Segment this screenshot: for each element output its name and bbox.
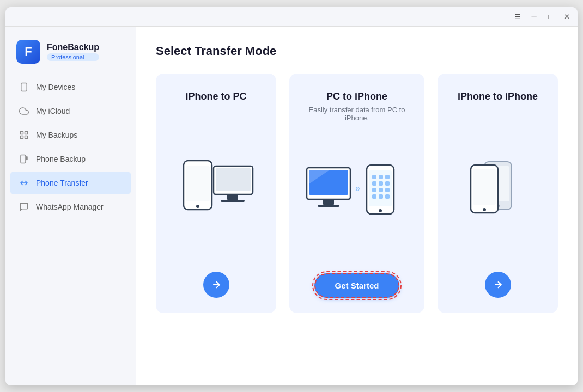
backups-icon	[19, 130, 29, 140]
svg-rect-40	[473, 169, 496, 205]
sidebar-item-phone-transfer[interactable]: Phone Transfer	[10, 171, 131, 194]
sidebar-item-label: My Backups	[36, 131, 77, 139]
device-icon	[19, 82, 29, 93]
svg-point-35	[379, 209, 382, 212]
transfer-icon	[19, 177, 29, 188]
svg-rect-23	[372, 175, 376, 179]
card-title: iPhone to PC	[186, 91, 247, 102]
iphone-to-pc-illustration	[169, 132, 263, 255]
sidebar-item-my-icloud[interactable]: My iCloud	[10, 100, 131, 122]
svg-rect-4	[20, 136, 23, 138]
card-title: iPhone to iPhone	[458, 91, 538, 102]
svg-rect-13	[227, 194, 238, 200]
svg-rect-34	[385, 194, 390, 199]
svg-rect-9	[186, 166, 210, 201]
logo-section: F FoneBackup Professional	[10, 35, 131, 75]
svg-rect-24	[379, 175, 383, 179]
iphone-to-iphone-illustration	[451, 132, 545, 255]
cloud-icon	[19, 106, 29, 117]
svg-rect-12	[216, 168, 251, 191]
close-button[interactable]: ✕	[562, 12, 571, 21]
sidebar-item-label: Phone Backup	[36, 155, 86, 163]
get-started-button[interactable]: Get Started	[314, 273, 400, 298]
svg-rect-32	[372, 194, 376, 199]
svg-rect-5	[25, 136, 28, 138]
card-action	[203, 272, 229, 298]
svg-rect-31	[385, 188, 390, 192]
pc-to-iphone-illustration: »	[302, 138, 411, 257]
card-title: PC to iPhone	[326, 91, 387, 102]
sidebar: F FoneBackup Professional My Devices	[5, 27, 136, 385]
svg-rect-25	[385, 175, 390, 179]
sidebar-item-label: WhatsApp Manager	[36, 203, 104, 211]
transfer-mode-cards: iPhone to PC	[156, 74, 558, 313]
sidebar-item-phone-backup[interactable]: Phone Backup	[10, 148, 131, 170]
menu-button[interactable]: ☰	[513, 12, 522, 21]
sidebar-item-my-backups[interactable]: My Backups	[10, 124, 131, 146]
svg-rect-0	[21, 83, 27, 91]
logo-text: FoneBackup Professional	[47, 42, 99, 61]
title-bar: ☰ ─ □ ✕	[5, 7, 578, 27]
whatsapp-icon	[19, 201, 29, 212]
svg-point-41	[483, 208, 486, 211]
page-title: Select Transfer Mode	[156, 44, 558, 58]
svg-rect-33	[379, 194, 383, 199]
app-name: FoneBackup	[47, 42, 99, 52]
svg-rect-30	[379, 188, 383, 192]
svg-rect-19	[318, 205, 339, 207]
svg-rect-2	[20, 131, 23, 134]
sidebar-item-whatsapp-manager[interactable]: WhatsApp Manager	[10, 195, 131, 218]
app-window: ☰ ─ □ ✕ F FoneBackup Professional	[5, 7, 578, 385]
svg-rect-7	[27, 156, 28, 160]
svg-rect-18	[323, 199, 334, 205]
sidebar-item-my-devices[interactable]: My Devices	[10, 76, 131, 99]
svg-rect-14	[221, 200, 245, 202]
svg-rect-26	[372, 181, 376, 186]
card-subtitle: Easily transfer data from PC to iPhone.	[302, 106, 411, 122]
svg-rect-28	[385, 181, 390, 186]
card-iphone-to-iphone: iPhone to iPhone	[438, 74, 558, 313]
sidebar-item-label: My iCloud	[36, 107, 70, 115]
card-action: Get Started	[314, 273, 400, 298]
app-badge: Professional	[47, 53, 99, 61]
iphone-to-iphone-arrow-button[interactable]	[485, 272, 511, 298]
svg-rect-6	[21, 155, 26, 163]
svg-text:»: »	[355, 183, 360, 193]
main-content: Select Transfer Mode iPhone to PC	[136, 27, 578, 385]
iphone-to-pc-arrow-button[interactable]	[203, 272, 229, 298]
content-area: F FoneBackup Professional My Devices	[5, 27, 578, 385]
svg-rect-29	[372, 188, 376, 192]
svg-rect-3	[25, 131, 28, 134]
svg-point-10	[196, 205, 199, 208]
card-iphone-to-pc: iPhone to PC	[156, 74, 276, 313]
card-action	[485, 272, 511, 298]
phone-backup-icon	[19, 154, 29, 164]
app-logo-icon: F	[16, 40, 40, 64]
svg-rect-27	[379, 181, 383, 186]
maximize-button[interactable]: □	[546, 12, 555, 21]
card-pc-to-iphone: PC to iPhone Easily transfer data from P…	[289, 74, 424, 313]
minimize-button[interactable]: ─	[530, 12, 538, 21]
sidebar-item-label: My Devices	[36, 83, 75, 91]
sidebar-item-label: Phone Transfer	[36, 179, 88, 187]
